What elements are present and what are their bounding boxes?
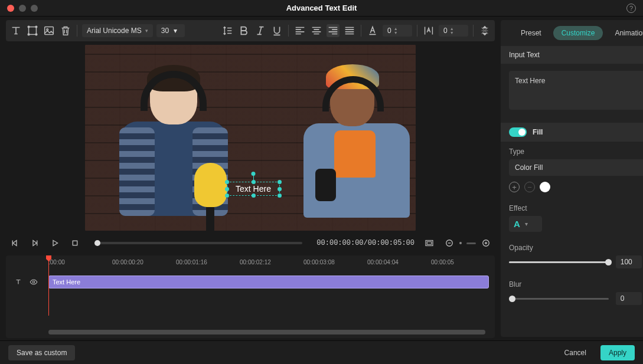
stepper[interactable]: ▲▼: [394, 27, 398, 35]
zoom-controls: [444, 238, 491, 248]
color-controls: + −: [509, 182, 643, 192]
fill-type-value: Color Fill: [515, 163, 543, 172]
overflow-icon[interactable]: [478, 24, 491, 37]
safe-zone-icon[interactable]: [424, 238, 435, 248]
effect-dropdown[interactable]: A ▾: [509, 216, 542, 232]
resize-handle[interactable]: [252, 180, 256, 184]
text-fill-icon[interactable]: [366, 24, 379, 37]
blur-value[interactable]: 0: [616, 292, 642, 305]
timeline-tick: :00:00: [48, 259, 112, 271]
zoom-in-icon[interactable]: [481, 238, 491, 248]
timeline-clip[interactable]: Text Here: [48, 276, 489, 288]
text-overlay-box[interactable]: Text Here: [227, 182, 280, 196]
timeline-tick: 00:00:04:04: [367, 259, 431, 271]
effect-group: Effect A ▾: [501, 198, 643, 238]
timeline-scrollbar[interactable]: [48, 330, 485, 335]
apply-button[interactable]: Apply: [600, 345, 635, 360]
window-controls: [0, 5, 38, 12]
separator: [77, 25, 77, 37]
resize-handle[interactable]: [278, 180, 282, 184]
underline-icon[interactable]: [270, 24, 283, 37]
video-preview[interactable]: Text Here: [85, 45, 416, 231]
character-spacing-icon[interactable]: [422, 24, 435, 37]
save-as-custom-button[interactable]: Save as custom: [8, 345, 75, 360]
timeline-playhead[interactable]: [48, 257, 49, 316]
stop-icon[interactable]: [70, 238, 80, 248]
stepper[interactable]: ▲▼: [450, 27, 454, 35]
footer: Save as custom Cancel Apply: [0, 340, 643, 364]
timeline-tick: 00:00:03:08: [303, 259, 367, 271]
minimize-window-icon[interactable]: [19, 5, 26, 12]
preview-mic-yellow: [194, 163, 227, 207]
slider-thumb[interactable]: [509, 296, 515, 302]
opacity-slider[interactable]: [509, 261, 609, 263]
scrollbar-thumb[interactable]: [48, 330, 485, 335]
text-input-field[interactable]: Text Here: [509, 71, 643, 110]
remove-color-button[interactable]: −: [524, 182, 535, 192]
close-window-icon[interactable]: [7, 5, 14, 12]
line-spacing-icon[interactable]: [221, 24, 234, 37]
timeline-tick: 00:00:01:16: [176, 259, 240, 271]
chevron-up-icon: ▲: [450, 27, 454, 31]
fill-type-dropdown[interactable]: Color Fill ▾: [509, 159, 643, 176]
svg-point-2: [35, 26, 37, 28]
effect-label: Effect: [509, 204, 643, 212]
italic-icon[interactable]: [254, 24, 267, 37]
svg-point-4: [35, 34, 37, 35]
resize-handle[interactable]: [225, 180, 229, 184]
zoom-out-icon[interactable]: [444, 238, 455, 248]
opacity-value[interactable]: 100: [616, 255, 642, 268]
rotate-handle[interactable]: [252, 172, 256, 176]
resize-handle[interactable]: [278, 194, 282, 198]
tab-animation[interactable]: Animation: [606, 26, 643, 40]
blur-slider[interactable]: [509, 298, 609, 300]
align-center-icon[interactable]: [310, 24, 323, 37]
text-track-icon[interactable]: [14, 278, 22, 286]
add-color-button[interactable]: +: [509, 182, 520, 192]
maximize-window-icon[interactable]: [31, 5, 38, 12]
left-panel: Arial Unicode MS ▾ 30 ▾ 0 ▲▼: [0, 17, 501, 340]
timeline-tick: 00:00:02:12: [240, 259, 303, 271]
preview-area: Text Here: [6, 45, 495, 231]
delete-icon[interactable]: [59, 24, 72, 37]
font-family-dropdown[interactable]: Arial Unicode MS ▾: [82, 24, 153, 37]
svg-point-3: [28, 34, 30, 35]
align-right-icon[interactable]: [327, 24, 340, 37]
panel-tabs: Preset Customize Animation: [501, 20, 643, 46]
resize-handle[interactable]: [252, 194, 256, 198]
svg-rect-9: [427, 242, 432, 245]
play-icon[interactable]: [50, 238, 60, 248]
font-size-dropdown[interactable]: 30 ▾: [156, 24, 185, 37]
text-toolbar: Arial Unicode MS ▾ 30 ▾ 0 ▲▼: [6, 20, 495, 41]
slider-thumb[interactable]: [605, 259, 612, 265]
fill-toggle[interactable]: [509, 127, 527, 137]
transform-tool-icon[interactable]: [26, 24, 39, 37]
resize-handle[interactable]: [225, 194, 229, 198]
tab-customize[interactable]: Customize: [553, 26, 603, 40]
bold-icon[interactable]: [237, 24, 250, 37]
zoom-dot: [459, 242, 462, 244]
leading-field[interactable]: 0 ▲▼: [439, 25, 468, 37]
zoom-track[interactable]: [466, 242, 476, 244]
align-left-icon[interactable]: [293, 24, 306, 37]
separator: [417, 25, 417, 37]
timeline-ruler[interactable]: :00:00 00:00:00:20 00:00:01:16 00:00:02:…: [6, 259, 495, 271]
align-justify-icon[interactable]: [343, 24, 356, 37]
scrub-bar[interactable]: [94, 242, 302, 244]
help-icon[interactable]: ?: [626, 4, 636, 13]
text-tool-icon[interactable]: [9, 24, 22, 37]
scrub-playhead[interactable]: [94, 240, 100, 246]
window-title: Advanced Text Edit: [286, 4, 357, 12]
fill-label: Fill: [533, 128, 543, 136]
color-swatch[interactable]: [540, 182, 550, 192]
image-tool-icon[interactable]: [43, 24, 56, 37]
resize-handle[interactable]: [225, 187, 229, 191]
next-frame-icon[interactable]: [30, 238, 40, 248]
cancel-button[interactable]: Cancel: [556, 345, 595, 360]
prev-frame-icon[interactable]: [9, 238, 20, 248]
font-family-value: Arial Unicode MS: [87, 27, 142, 35]
tracking-field[interactable]: 0 ▲▼: [383, 25, 412, 37]
visibility-icon[interactable]: [30, 278, 38, 286]
tab-preset[interactable]: Preset: [513, 26, 550, 40]
resize-handle[interactable]: [278, 187, 282, 191]
